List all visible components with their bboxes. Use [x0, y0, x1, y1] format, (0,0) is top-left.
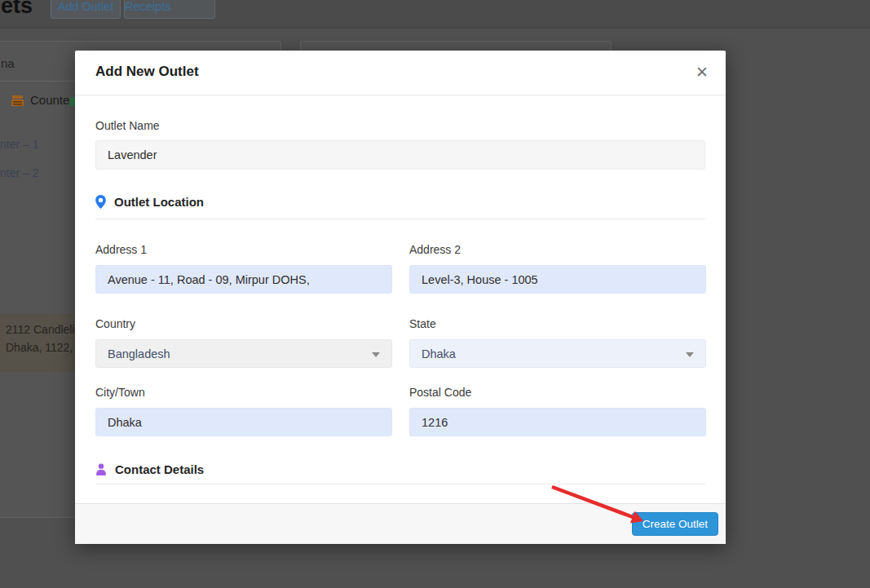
manage-receipts-tab[interactable]: Manage Receipts: [124, 0, 215, 19]
chevron-down-icon: [372, 352, 380, 357]
state-label: State: [409, 317, 706, 330]
country-label: Country: [95, 317, 392, 330]
modal-footer: Create Outlet: [75, 503, 726, 544]
address2-label: Address 2: [409, 243, 706, 256]
outlet-name-input[interactable]: [95, 140, 705, 170]
contact-details-section: Contact Details: [95, 461, 204, 477]
modal-title: Add New Outlet: [95, 64, 199, 80]
create-outlet-button[interactable]: Create Outlet: [632, 512, 718, 536]
section-divider: [95, 219, 705, 219]
contact-details-title: Contact Details: [115, 462, 204, 476]
cash-register-icon: [11, 95, 24, 106]
country-selected-value: Bangladesh: [108, 347, 170, 360]
outlet-location-title: Outlet Location: [114, 195, 204, 209]
postal-code-input[interactable]: [409, 408, 706, 436]
postal-code-label: Postal Code: [409, 386, 706, 399]
counter-list-item[interactable]: nter – 1: [0, 138, 38, 151]
outlet-address-line: Dhaka, 1122, D: [6, 341, 84, 354]
outlet-address-line: 2112 Candlelig: [6, 323, 81, 336]
add-new-outlet-modal: Add New Outlet ✕ Outlet Name Outlet Loca…: [75, 51, 726, 544]
section-divider: [95, 484, 705, 484]
modal-header: Add New Outlet ✕: [75, 51, 726, 95]
person-icon: [95, 463, 107, 475]
outlet-name-fragment: na: [1, 56, 15, 70]
page-title: ets: [1, 0, 33, 19]
address1-label: Address 1: [95, 243, 392, 256]
location-pin-icon: [95, 195, 106, 209]
state-select[interactable]: Dhaka: [409, 339, 706, 368]
counter-section-label: Counter: [30, 93, 73, 107]
address2-input[interactable]: [409, 265, 706, 294]
app-screen: ets Add Outlet Manage Receipts na Counte…: [0, 0, 870, 588]
city-label: City/Town: [95, 386, 392, 399]
state-selected-value: Dhaka: [422, 347, 456, 360]
outlet-name-label: Outlet Name: [95, 119, 160, 132]
address1-input[interactable]: [95, 265, 392, 294]
city-input[interactable]: [95, 408, 392, 436]
chevron-down-icon: [686, 352, 694, 357]
outlet-location-section: Outlet Location: [95, 193, 204, 210]
country-select[interactable]: Bangladesh: [95, 339, 392, 368]
add-outlet-tab[interactable]: Add Outlet: [51, 0, 121, 19]
close-icon[interactable]: ✕: [696, 64, 709, 82]
counter-list-item[interactable]: nter – 2: [0, 166, 38, 179]
